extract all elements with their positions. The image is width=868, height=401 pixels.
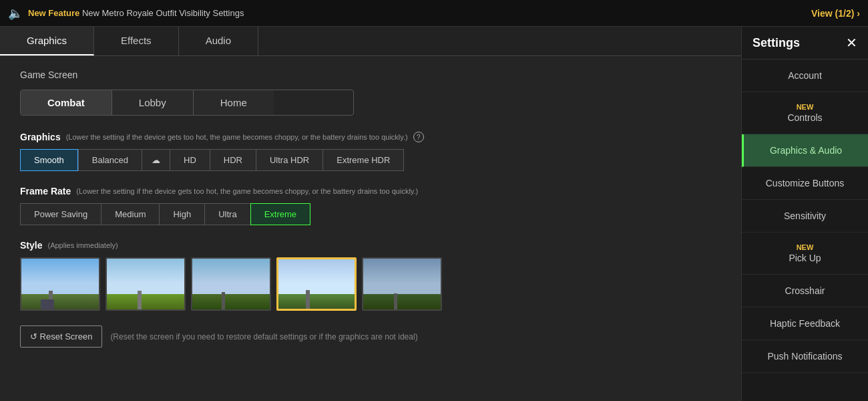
style-thumb-4[interactable] xyxy=(276,257,357,311)
tab-bar: Graphics Effects Audio xyxy=(0,27,741,56)
style-thumb-1[interactable] xyxy=(20,257,100,311)
framerate-high[interactable]: High xyxy=(159,203,204,225)
reset-hint: (Reset the screen if you need to restore… xyxy=(110,332,417,342)
style-section: Style (Applies immediately) xyxy=(20,240,721,311)
graphics-section: Graphics (Lower the setting if the devic… xyxy=(20,132,721,171)
notification-bar: 🔈 New Feature New Metro Royale Outfit Vi… xyxy=(0,0,868,27)
style-thumb-2[interactable] xyxy=(105,257,186,311)
sub-tab-home[interactable]: Home xyxy=(194,90,274,115)
graphics-help-icon[interactable]: ? xyxy=(413,132,424,142)
sidebar-item-controls[interactable]: NEW Controls xyxy=(742,92,868,134)
sidebar-item-haptic-feedback[interactable]: Haptic Feedback xyxy=(742,307,868,340)
notification-text: New Feature New Metro Royale Outfit Visi… xyxy=(28,8,244,18)
graphics-balanced[interactable]: Balanced xyxy=(78,149,142,171)
sidebar-item-customize-buttons[interactable]: Customize Buttons xyxy=(742,167,868,200)
framerate-ultra[interactable]: Ultra xyxy=(204,203,250,225)
sub-tab-bar: Combat Lobby Home xyxy=(20,90,354,116)
sidebar-item-crosshair[interactable]: Crosshair xyxy=(742,275,868,307)
settings-title: Settings xyxy=(752,36,800,50)
style-thumbnails xyxy=(20,257,721,311)
graphics-label: Graphics (Lower the setting if the devic… xyxy=(20,132,721,142)
style-thumb-3[interactable] xyxy=(191,257,271,311)
close-icon[interactable]: ✕ xyxy=(846,35,857,51)
tab-graphics[interactable]: Graphics xyxy=(0,27,94,55)
framerate-label: Frame Rate (Lower the setting if the dev… xyxy=(20,186,721,196)
sidebar-item-account[interactable]: Account xyxy=(742,59,868,92)
notification-left: 🔈 New Feature New Metro Royale Outfit Vi… xyxy=(8,6,244,21)
left-panel: Graphics Effects Audio Game Screen Comba… xyxy=(0,27,741,401)
framerate-medium[interactable]: Medium xyxy=(101,203,159,225)
sub-tab-combat[interactable]: Combat xyxy=(21,90,112,115)
speaker-icon: 🔈 xyxy=(8,6,23,21)
graphics-cloud: ☁ xyxy=(142,149,170,171)
graphics-hdr[interactable]: HDR xyxy=(210,149,256,171)
style-thumb-5[interactable] xyxy=(362,257,442,311)
graphics-extreme-hdr[interactable]: Extreme HDR xyxy=(322,149,404,171)
view-button[interactable]: View (1/2) › xyxy=(811,8,860,19)
style-label: Style (Applies immediately) xyxy=(20,240,721,251)
main-area: Graphics Effects Audio Game Screen Comba… xyxy=(0,27,868,401)
sidebar-item-graphics-audio[interactable]: Graphics & Audio xyxy=(742,134,868,167)
framerate-options: Power Saving Medium High Ultra Extreme xyxy=(20,203,721,225)
graphics-ultra-hdr[interactable]: Ultra HDR xyxy=(256,149,322,171)
reset-screen-button[interactable]: ↺ Reset Screen xyxy=(20,325,102,348)
framerate-power-saving[interactable]: Power Saving xyxy=(20,203,101,225)
tab-audio[interactable]: Audio xyxy=(179,27,258,55)
settings-header: Settings ✕ xyxy=(742,27,868,59)
graphics-options: Smooth Balanced ☁ HD HDR Ultra HDR Extre… xyxy=(20,149,721,171)
sidebar-item-push-notifications[interactable]: Push Notifications xyxy=(742,340,868,373)
settings-content: Game Screen Combat Lobby Home Graphics (… xyxy=(0,56,741,401)
game-screen-title: Game Screen xyxy=(20,70,721,80)
right-sidebar: Settings ✕ Account NEW Controls Graphics… xyxy=(741,27,868,401)
framerate-extreme[interactable]: Extreme xyxy=(250,203,310,225)
reset-bar: ↺ Reset Screen (Reset the screen if you … xyxy=(20,325,721,348)
graphics-smooth[interactable]: Smooth xyxy=(20,149,78,171)
framerate-section: Frame Rate (Lower the setting if the dev… xyxy=(20,186,721,225)
tab-effects[interactable]: Effects xyxy=(94,27,179,55)
graphics-hd[interactable]: HD xyxy=(170,149,210,171)
sub-tab-lobby[interactable]: Lobby xyxy=(112,90,194,115)
sidebar-items: Account NEW Controls Graphics & Audio Cu… xyxy=(742,59,868,401)
notification-highlight: New Feature xyxy=(28,8,79,18)
sidebar-item-sensitivity[interactable]: Sensitivity xyxy=(742,200,868,233)
sidebar-item-pick-up[interactable]: NEW Pick Up xyxy=(742,233,868,275)
